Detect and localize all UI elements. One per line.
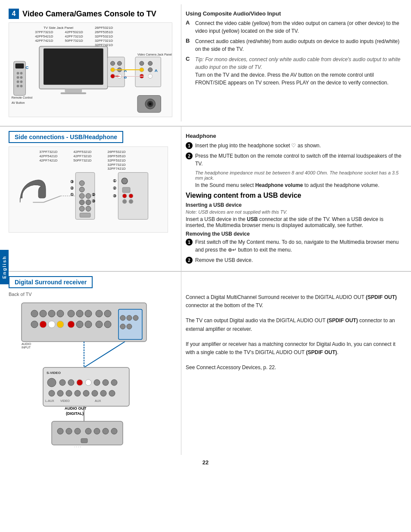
digital-surround-left: Digital Surround receiver Back of TV	[0, 272, 181, 455]
svg-point-85	[122, 194, 127, 198]
svg-point-40	[20, 72, 23, 75]
removing-step-2: 2 Remove the USB device.	[186, 256, 402, 264]
viewing-title: Viewing content from a USB device	[186, 192, 402, 199]
step-c-text: Tip: For mono devices, connect only whit…	[195, 56, 402, 87]
svg-point-149	[75, 428, 81, 434]
svg-rect-154	[81, 439, 87, 443]
svg-point-39	[17, 72, 19, 75]
svg-point-148	[66, 428, 72, 434]
digital-surround-right: Connect a Digital MultiChannel Surround …	[181, 272, 411, 455]
svg-point-138	[100, 390, 106, 396]
step-b: B Connect audio cables (red/white) from …	[186, 37, 402, 53]
step-a-text: Connect the video cable (yellow) from th…	[195, 19, 402, 35]
headphone-note: The headphone impedance must be between …	[195, 170, 402, 180]
svg-point-27	[148, 61, 153, 65]
svg-text:37PF7321D: 37PF7321D	[35, 30, 53, 34]
svg-text:A: A	[124, 68, 127, 73]
svg-text:32PF7321D: 32PF7321D	[108, 163, 126, 167]
svg-point-73	[79, 193, 84, 199]
inserting-title: Inserting a USB device	[186, 202, 402, 208]
svg-text:②: ②	[113, 186, 116, 190]
removing-step-1-text: First switch off the My Content menu. To…	[195, 238, 402, 254]
svg-text:Video Camera Jack Panel: Video Camera Jack Panel	[137, 53, 172, 56]
svg-point-147	[57, 428, 63, 434]
svg-point-104	[40, 321, 47, 328]
svg-point-106	[57, 321, 64, 328]
svg-point-41	[17, 76, 19, 79]
svg-point-96	[48, 310, 55, 317]
headphone-title: Headphone	[186, 133, 402, 139]
svg-point-126	[68, 380, 74, 386]
step-2-circle: 2	[186, 152, 193, 159]
side-connections-left: Side connections - USB/Headphone 37PF732…	[0, 127, 181, 271]
svg-point-117	[127, 324, 132, 329]
english-tab: English	[0, 250, 9, 284]
step-b-text: Connect audio cables (red/white) from au…	[195, 37, 402, 53]
svg-point-26	[140, 61, 144, 65]
composite-audio-title: Using Composite Audio/Video Input	[186, 10, 402, 17]
svg-text:42PF5421D: 42PF5421D	[35, 34, 53, 38]
svg-point-132	[49, 390, 55, 396]
svg-text:. . . .: . . . .	[74, 444, 81, 448]
section-4-right: Using Composite Audio/Video Input A Conn…	[181, 4, 411, 121]
svg-point-99	[76, 310, 83, 317]
page-number: 22	[0, 455, 411, 470]
removing-step-2-circle: 2	[186, 257, 193, 264]
svg-point-45	[17, 85, 19, 87]
svg-text:②: ②	[70, 186, 74, 190]
svg-text:(DIGITAL): (DIGITAL)	[66, 411, 84, 416]
svg-point-124	[47, 378, 56, 387]
svg-point-107	[68, 321, 75, 328]
svg-point-29	[148, 68, 153, 72]
step-c-letter: C	[186, 56, 193, 62]
svg-point-152	[103, 428, 109, 434]
svg-point-95	[40, 310, 47, 317]
svg-point-83	[121, 178, 128, 184]
svg-point-76	[79, 200, 84, 205]
removing-step-1: 1 First switch off the My Content menu. …	[186, 238, 402, 254]
svg-point-129	[94, 380, 100, 386]
section-4-title: Video Camera/Games Console to TV	[22, 9, 156, 19]
svg-point-102	[104, 310, 111, 317]
back-of-tv: Back of TV	[9, 292, 177, 297]
svg-point-21	[111, 74, 115, 78]
svg-text:②: ②	[92, 193, 95, 197]
headphone-note2: In the Sound menu select Headphone volum…	[195, 182, 402, 188]
svg-text:AUDIO OUT: AUDIO OUT	[65, 406, 87, 411]
svg-text:AUX: AUX	[95, 399, 101, 402]
svg-point-139	[109, 390, 115, 396]
inserting-text: Insert a USB device in the USB connector…	[186, 216, 402, 228]
svg-text:42PF7421D: 42PF7421D	[35, 39, 53, 43]
step-b-letter: B	[186, 37, 193, 44]
svg-text:32PF5321D: 32PF5321D	[95, 34, 113, 38]
svg-point-42	[20, 76, 23, 79]
svg-text:L-AUX: L-AUX	[45, 399, 54, 402]
section-4-left: 4 Video Camera/Games Console to TV TV Si…	[0, 4, 181, 121]
svg-text:①: ①	[113, 179, 116, 183]
svg-point-153	[111, 428, 117, 434]
digital-surround-text3: If your amplifier or receiver has a matc…	[186, 340, 402, 357]
svg-text:③: ③	[92, 199, 95, 203]
svg-point-79	[79, 206, 84, 212]
svg-point-115	[133, 315, 138, 320]
svg-point-19	[111, 68, 115, 72]
svg-line-121	[84, 342, 125, 367]
headphone-step-2: 2 Press the MUTE button on the remote co…	[186, 152, 402, 168]
svg-text:42PF5321D: 42PF5321D	[65, 30, 83, 34]
svg-point-97	[57, 310, 64, 317]
svg-text:26PF5351D: 26PF5351D	[95, 30, 113, 34]
svg-point-18	[117, 61, 121, 65]
svg-point-44	[20, 81, 23, 83]
svg-text:INPUT: INPUT	[22, 346, 31, 349]
inserting-note: Note: USB devices are not supplied with …	[186, 209, 402, 215]
svg-text:B: B	[124, 75, 127, 79]
svg-text:C: C	[25, 65, 28, 70]
svg-point-135	[75, 390, 81, 396]
svg-rect-15	[61, 93, 86, 94]
svg-point-150	[85, 428, 91, 434]
digital-surround-text2: The TV can output Digital audio via the …	[186, 317, 402, 333]
svg-line-66	[44, 196, 61, 202]
svg-text:TV Side Jack Panel: TV Side Jack Panel	[44, 26, 73, 30]
svg-point-113	[120, 315, 125, 320]
svg-point-109	[85, 321, 92, 328]
